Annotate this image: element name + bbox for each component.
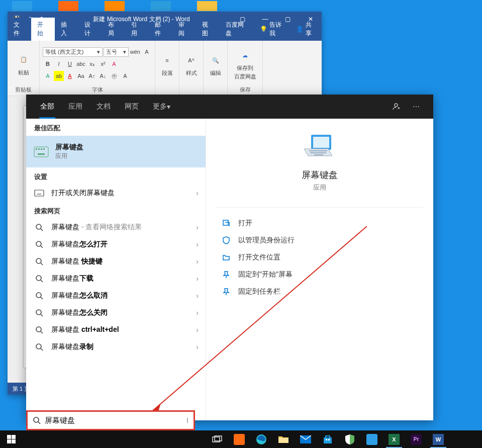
svg-point-38 bbox=[34, 417, 39, 422]
result-settings-osk[interactable]: 打开或关闭屏幕键盘 › bbox=[26, 185, 206, 202]
font-color-button[interactable]: A bbox=[65, 71, 75, 81]
svg-point-22 bbox=[36, 310, 41, 315]
search-tab-docs[interactable]: 文档 bbox=[89, 95, 118, 119]
chevron-right-icon: › bbox=[196, 343, 199, 351]
paragraph-button[interactable]: ≡段落 bbox=[157, 50, 177, 79]
search-tab-more[interactable]: 更多 ▾ bbox=[146, 95, 177, 119]
styles-button[interactable]: Aᴬ样式 bbox=[181, 50, 202, 79]
tab-review[interactable]: 审阅 bbox=[172, 18, 196, 41]
result-web-4[interactable]: 屏幕键盘怎么取消› bbox=[26, 287, 206, 304]
tb-app-edge[interactable] bbox=[250, 430, 272, 448]
result-web-2[interactable]: 屏幕键盘 快捷键› bbox=[26, 253, 206, 270]
svg-rect-51 bbox=[328, 439, 330, 440]
font-size-select[interactable]: 五号▾ bbox=[104, 47, 129, 57]
shrink-font-button[interactable]: A↓ bbox=[98, 71, 108, 81]
tb-app-store[interactable] bbox=[317, 430, 339, 448]
search-tab-all[interactable]: 全部 bbox=[33, 95, 61, 119]
tab-layout[interactable]: 布局 bbox=[102, 18, 126, 41]
svg-line-23 bbox=[41, 314, 43, 316]
tab-view[interactable]: 视图 bbox=[196, 18, 220, 41]
svg-rect-33 bbox=[223, 220, 228, 225]
folder-icon bbox=[221, 253, 231, 261]
tab-references[interactable]: 引用 bbox=[125, 18, 149, 41]
tab-home[interactable]: 开始 bbox=[31, 18, 55, 41]
section-best-match: 最佳匹配 bbox=[26, 119, 206, 136]
taskbar-search-box[interactable]: I bbox=[26, 410, 195, 430]
result-web-5[interactable]: 屏幕键盘怎么关闭› bbox=[26, 304, 206, 321]
char-border-icon[interactable]: A bbox=[142, 47, 152, 57]
svg-rect-31 bbox=[310, 152, 326, 153]
font-name-select[interactable]: 等线 (西文正文)▾ bbox=[43, 47, 103, 57]
tb-app-kingsoft[interactable] bbox=[228, 430, 250, 448]
task-view-button[interactable] bbox=[206, 430, 228, 448]
action-run-admin[interactable]: 以管理员身份运行 bbox=[216, 232, 423, 249]
more-options-icon[interactable]: ⋯ bbox=[406, 103, 426, 111]
tb-app-premiere[interactable]: Pr bbox=[405, 430, 427, 448]
superscript-button[interactable]: x² bbox=[98, 59, 108, 69]
svg-rect-42 bbox=[7, 439, 11, 443]
enclosed-char-button[interactable]: ㊥ bbox=[109, 71, 119, 81]
tb-app-mail[interactable] bbox=[295, 430, 317, 448]
char-shading-button[interactable]: Aa bbox=[76, 71, 86, 81]
tab-insert[interactable]: 插入 bbox=[55, 18, 78, 41]
svg-rect-6 bbox=[38, 153, 45, 155]
share-button[interactable]: 👤 共享 bbox=[291, 18, 322, 41]
editing-button[interactable]: 🔍编辑 bbox=[206, 50, 226, 79]
clear-format-icon[interactable]: A bbox=[109, 59, 119, 69]
strike-button[interactable]: abc bbox=[76, 59, 86, 69]
detail-subtitle: 应用 bbox=[313, 183, 326, 192]
baidu-save-button[interactable]: ☁保存到百度网盘 bbox=[232, 45, 258, 82]
highlight-button[interactable]: ab bbox=[54, 71, 64, 81]
clipboard-icon: 📋 bbox=[16, 52, 32, 68]
tb-app-explorer[interactable] bbox=[272, 430, 295, 448]
chevron-right-icon: › bbox=[196, 189, 199, 197]
tab-file[interactable]: 文件 bbox=[8, 18, 31, 41]
search-tab-apps[interactable]: 应用 bbox=[61, 95, 89, 119]
italic-button[interactable]: I bbox=[54, 59, 64, 69]
result-web-3[interactable]: 屏幕键盘下载› bbox=[26, 270, 206, 287]
result-web-0[interactable]: 屏幕键盘 - 查看网络搜索结果› bbox=[26, 219, 206, 236]
tab-design[interactable]: 设计 bbox=[78, 18, 102, 41]
search-icon bbox=[33, 257, 45, 265]
tb-app-blue[interactable] bbox=[361, 430, 383, 448]
action-pin-start[interactable]: 固定到"开始"屏幕 bbox=[216, 266, 423, 283]
search-icon bbox=[33, 309, 45, 317]
start-button[interactable] bbox=[0, 430, 22, 448]
result-best-match[interactable]: 屏幕键盘 应用 bbox=[26, 136, 206, 167]
svg-point-12 bbox=[36, 224, 41, 229]
result-web-1[interactable]: 屏幕键盘怎么打开› bbox=[26, 236, 206, 253]
bold-button[interactable]: B bbox=[43, 59, 53, 69]
text-cursor-icon: I bbox=[186, 416, 188, 424]
tab-mail[interactable]: 邮件 bbox=[149, 18, 172, 41]
subscript-button[interactable]: x₂ bbox=[87, 59, 97, 69]
svg-rect-50 bbox=[326, 439, 327, 440]
search-detail-pane: 屏幕键盘 应用 打开 以管理员身份运行 打开文件位置 固定到"开始"屏幕 固定 bbox=[206, 119, 433, 420]
svg-rect-47 bbox=[278, 438, 288, 443]
tb-app-security[interactable] bbox=[339, 430, 361, 448]
search-input[interactable] bbox=[45, 416, 182, 425]
change-case-button[interactable]: A bbox=[120, 71, 130, 81]
paste-button[interactable]: 📋 粘贴 bbox=[14, 50, 34, 78]
windows-search-panel: 全部 应用 文档 网页 更多 ▾ ⋯ 最佳匹配 屏幕键盘 应用 设置 bbox=[26, 95, 433, 420]
phonetic-guide-icon[interactable]: wén bbox=[130, 47, 141, 57]
grow-font-button[interactable]: A↑ bbox=[87, 71, 97, 81]
word-tabs: 文件 开始 插入 设计 布局 引用 邮件 审阅 视图 百度网盘 💡 告诉我 👤 … bbox=[8, 27, 322, 41]
chevron-right-icon: › bbox=[196, 275, 199, 283]
svg-rect-2 bbox=[36, 148, 37, 150]
divider bbox=[216, 207, 423, 208]
tab-baidu[interactable]: 百度网盘 bbox=[220, 18, 255, 41]
tell-me[interactable]: 💡 告诉我 bbox=[255, 18, 291, 41]
action-open[interactable]: 打开 bbox=[216, 215, 423, 232]
search-tab-web[interactable]: 网页 bbox=[118, 95, 146, 119]
underline-button[interactable]: U bbox=[65, 59, 75, 69]
tb-app-word[interactable]: W bbox=[427, 430, 449, 448]
tb-app-excel[interactable]: X bbox=[383, 430, 405, 448]
text-effect-button[interactable]: A bbox=[43, 71, 53, 81]
result-web-6[interactable]: 屏幕键盘 ctrl+alt+del› bbox=[26, 321, 206, 338]
action-open-location[interactable]: 打开文件位置 bbox=[216, 249, 423, 266]
feedback-icon[interactable] bbox=[386, 102, 406, 111]
result-web-7[interactable]: 屏幕键盘录制› bbox=[26, 338, 206, 355]
editing-group-label bbox=[215, 86, 216, 94]
action-pin-taskbar[interactable]: 固定到任务栏 bbox=[216, 283, 423, 300]
svg-rect-29 bbox=[313, 137, 329, 148]
